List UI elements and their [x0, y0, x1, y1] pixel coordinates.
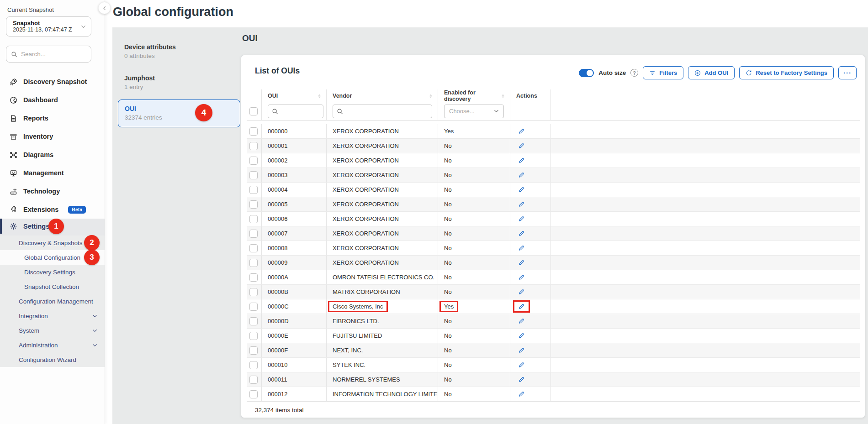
enabled-cell: Yes	[438, 124, 510, 138]
oui-cell: 000001	[262, 139, 327, 153]
enabled-cell: No	[438, 183, 510, 197]
edit-button[interactable]	[518, 303, 525, 310]
sidebar-subitem-system[interactable]: System	[0, 323, 105, 338]
edit-button[interactable]	[518, 245, 525, 251]
row-checkbox[interactable]	[249, 215, 258, 223]
sort-icon[interactable]	[429, 93, 433, 99]
vendor-cell: XEROX CORPORATION	[327, 212, 438, 226]
auto-size-toggle[interactable]	[579, 69, 594, 77]
snapshot-select[interactable]: Snapshot 2025-11-13, 07:47:47 Z	[6, 16, 91, 37]
sidebar-subitem-discovery-snapshots[interactable]: Discovery & Snapshots2	[0, 236, 105, 250]
sidebar-subitem-global-configuration[interactable]: Global Configuration3	[0, 250, 105, 265]
row-checkbox[interactable]	[249, 361, 258, 369]
row-checkbox[interactable]	[249, 230, 258, 238]
enabled-cell: No	[438, 314, 510, 328]
sidebar-subitem-integration[interactable]: Integration	[0, 309, 105, 323]
edit-button[interactable]	[518, 391, 525, 398]
edit-button[interactable]	[518, 186, 525, 193]
column-header-vendor[interactable]: Vendor	[327, 89, 438, 102]
row-checkbox[interactable]	[249, 244, 258, 252]
row-checkbox[interactable]	[249, 142, 258, 150]
oui-cell: 000012	[262, 387, 327, 401]
sidebar-subitem-administration[interactable]: Administration	[0, 338, 105, 352]
row-checkbox[interactable]	[249, 171, 258, 179]
sidebar-item-inventory[interactable]: Inventory	[0, 127, 105, 146]
sidebar-item-dashboard[interactable]: Dashboard	[0, 91, 105, 109]
vendor-cell: FIBRONICS LTD.	[327, 314, 438, 328]
sidebar-item-discovery-snapshot[interactable]: Discovery Snapshot	[0, 73, 105, 91]
oui-cell: 000009	[262, 256, 327, 270]
edit-button[interactable]	[518, 376, 525, 383]
annotation-step-3: 3	[84, 250, 100, 265]
edit-button[interactable]	[518, 361, 525, 368]
config-section-oui[interactable]: OUI32374 entries4	[118, 99, 240, 127]
reset-to-factory-settings-button[interactable]: Reset to Factory Settings	[739, 66, 834, 79]
more-actions-button[interactable]: ···	[838, 66, 857, 79]
enabled-filter-select[interactable]: Choose...	[444, 105, 504, 118]
edit-button[interactable]	[518, 201, 525, 208]
edit-button[interactable]	[518, 142, 525, 149]
enabled-cell: No	[438, 241, 510, 255]
sidebar-item-diagrams[interactable]: Diagrams	[0, 146, 105, 164]
filters-button[interactable]: Filters	[643, 66, 683, 79]
pencil-icon	[518, 186, 525, 193]
row-checkbox[interactable]	[249, 390, 258, 398]
edit-button[interactable]	[518, 347, 525, 354]
table-row-00000F: 00000FNEXT, INC.No	[247, 343, 860, 358]
row-checkbox[interactable]	[249, 200, 258, 209]
edit-button[interactable]	[518, 318, 525, 325]
sidebar-subitem-discovery-settings[interactable]: Discovery Settings	[0, 265, 105, 279]
vendor-filter-input[interactable]	[333, 105, 432, 118]
sidebar-subitem-configuration-wizard[interactable]: Configuration Wizard	[0, 352, 105, 367]
sidebar-item-technology[interactable]: Technology	[0, 182, 105, 200]
sort-icon[interactable]	[501, 93, 505, 99]
sidebar-subitem-configuration-management[interactable]: Configuration Management	[0, 294, 105, 309]
table-row-000003: 000003XEROX CORPORATIONNo	[247, 168, 860, 183]
select-all-checkbox[interactable]	[249, 107, 258, 115]
search-icon	[272, 108, 278, 115]
oui-filter-input[interactable]	[268, 105, 323, 118]
edit-button[interactable]	[518, 332, 525, 339]
config-section-device-attributes[interactable]: Device attributes0 attributes	[118, 43, 240, 61]
row-checkbox[interactable]	[249, 186, 258, 194]
row-checkbox[interactable]	[249, 273, 258, 282]
row-checkbox[interactable]	[249, 376, 258, 384]
row-checkbox[interactable]	[249, 157, 258, 165]
pencil-icon	[518, 288, 525, 295]
column-header-oui[interactable]: OUI	[262, 89, 327, 102]
sidebar-item-management[interactable]: Management	[0, 164, 105, 182]
row-checkbox[interactable]	[249, 288, 258, 296]
edit-button[interactable]	[518, 288, 525, 295]
sidebar-item-extensions[interactable]: ExtensionsBeta	[0, 200, 105, 219]
sidebar-item-reports[interactable]: Reports	[0, 109, 105, 127]
edit-button[interactable]	[518, 230, 525, 237]
column-header-enabled[interactable]: Enabled for discovery	[438, 89, 510, 102]
pencil-icon	[518, 230, 525, 237]
help-icon[interactable]: ?	[630, 69, 638, 77]
add-oui-button[interactable]: Add OUI	[688, 66, 735, 79]
pencil-icon	[518, 172, 525, 178]
edit-button[interactable]	[518, 172, 525, 178]
row-checkbox[interactable]	[249, 346, 258, 355]
vendor-cell: INFORMATION TECHNOLOGY LIMITED	[327, 387, 438, 401]
row-checkbox[interactable]	[249, 127, 258, 136]
sidebar-item-settings[interactable]: Settings1	[0, 219, 105, 234]
vendor-cell: NEXT, INC.	[327, 343, 438, 357]
edit-button[interactable]	[518, 259, 525, 266]
edit-button[interactable]	[518, 157, 525, 164]
search-input[interactable]	[21, 51, 86, 58]
row-checkbox[interactable]	[249, 317, 258, 325]
row-checkbox[interactable]	[249, 303, 258, 311]
technology-icon	[10, 188, 17, 195]
edit-button[interactable]	[518, 128, 525, 135]
row-checkbox[interactable]	[249, 259, 258, 267]
sidebar-search[interactable]	[6, 46, 91, 63]
edit-button[interactable]	[518, 215, 525, 222]
config-section-jumphost[interactable]: Jumphost1 entry	[118, 74, 240, 92]
row-checkbox[interactable]	[249, 332, 258, 340]
sidebar-collapse-button[interactable]	[98, 2, 111, 14]
edit-button[interactable]	[518, 274, 525, 281]
table-row-000011: 000011NORMEREL SYSTEMESNo	[247, 372, 860, 387]
sidebar-subitem-snapshot-collection[interactable]: Snapshot Collection	[0, 279, 105, 294]
sort-icon[interactable]	[317, 93, 322, 99]
